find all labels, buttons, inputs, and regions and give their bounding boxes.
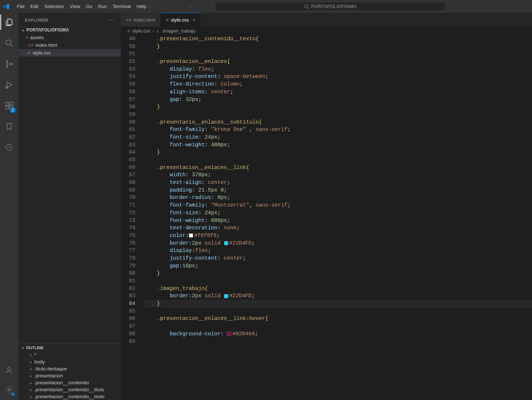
svg-point-5 xyxy=(6,66,8,68)
close-icon[interactable]: × xyxy=(193,17,196,23)
sidebar-title: EXPLORER xyxy=(25,18,48,22)
vscode-logo-icon xyxy=(3,3,10,10)
nav-forward-icon[interactable]: → xyxy=(201,4,205,9)
activity-search-icon[interactable] xyxy=(0,37,18,49)
activity-bookmark-icon[interactable] xyxy=(0,121,18,132)
activity-run-debug-icon[interactable] xyxy=(0,79,18,91)
outline-label: * xyxy=(34,352,36,358)
symbol-icon: ⬨ xyxy=(29,366,32,371)
menu-terminal[interactable]: Terminal xyxy=(110,2,134,11)
activity-settings-icon[interactable] xyxy=(0,384,18,396)
outline-item[interactable]: ⬨.presentacion__contenido__titulo xyxy=(18,386,121,393)
menu-bar: FileEditSelectionViewGoRunTerminalHelp xyxy=(14,2,149,11)
code-editor[interactable]: 4650515253545556575859606162636465666768… xyxy=(121,35,532,400)
symbol-icon: ⬨ xyxy=(29,380,32,385)
outline-label: .titulo-destaque xyxy=(34,366,67,371)
svg-rect-9 xyxy=(6,106,9,109)
svg-point-14 xyxy=(8,389,10,391)
folder-label: assets xyxy=(30,35,44,40)
menu-view[interactable]: View xyxy=(67,2,83,11)
svg-rect-8 xyxy=(6,102,9,105)
outline-item[interactable]: ⬨body xyxy=(18,358,121,365)
symbol-icon: ⬨ xyxy=(29,352,32,358)
svg-point-2 xyxy=(6,40,11,45)
css-file-icon: # xyxy=(166,17,168,23)
svg-point-0 xyxy=(304,4,308,8)
outline-label: .presentacion xyxy=(34,373,63,378)
menu-selection[interactable]: Selection xyxy=(41,2,67,11)
tree-item-folder-assets[interactable]: › assets xyxy=(18,34,121,41)
chevron-right-icon: › xyxy=(153,28,154,34)
nav-back-icon[interactable]: ← xyxy=(189,4,194,9)
outline-section: ⌄ OUTLINE ⬨*⬨body⬨.titulo-destaque⬨.pres… xyxy=(18,343,121,400)
breadcrumb-symbol: .imagen_trabajo xyxy=(161,28,195,34)
svg-rect-11 xyxy=(10,102,13,105)
outline-item[interactable]: ⬨* xyxy=(18,351,121,358)
activity-explorer-icon[interactable] xyxy=(0,16,18,28)
symbol-icon: ⬨ xyxy=(156,28,159,34)
menu-edit[interactable]: Edit xyxy=(27,2,41,11)
activity-extensions-icon[interactable]: 2 xyxy=(0,100,18,112)
svg-point-13 xyxy=(8,367,11,370)
project-folder-header[interactable]: ⌄ PORTAFOLIOFIGMA xyxy=(18,26,121,34)
settings-badge xyxy=(11,393,15,396)
outline-item[interactable]: ⬨.titulo-destaque xyxy=(18,365,121,372)
menu-run[interactable]: Run xyxy=(95,2,110,11)
activity-accounts-icon[interactable] xyxy=(0,364,18,376)
outline-label: .presentacion__contenido xyxy=(34,380,89,385)
code-content[interactable]: .presentacion__contenido__texto{ } .pres… xyxy=(143,35,532,400)
chevron-right-icon: › xyxy=(26,34,28,40)
menu-file[interactable]: File xyxy=(14,2,27,11)
outline-label: body xyxy=(34,359,45,365)
breadcrumb-file: style.css xyxy=(132,28,150,34)
outline-title: OUTLINE xyxy=(26,346,44,350)
tree-item-file-style[interactable]: # style.css xyxy=(18,49,121,57)
search-icon xyxy=(304,4,309,9)
outline-header[interactable]: ⌄ OUTLINE xyxy=(18,344,121,351)
tree-item-file-index[interactable]: <> index.html xyxy=(18,41,121,49)
tab-index-html[interactable]: <> index.html xyxy=(121,13,161,27)
chevron-down-icon: ⌄ xyxy=(21,345,25,350)
search-text: PORTAFOLIOFIGMA xyxy=(311,4,357,9)
css-file-icon: # xyxy=(28,50,30,56)
tab-style-css[interactable]: # style.css × xyxy=(161,13,201,27)
sidebar: EXPLORER ⋯ ⌄ PORTAFOLIOFIGMA › assets <>… xyxy=(18,13,121,400)
editor-tabs: <> index.html # style.css × xyxy=(121,13,532,27)
titlebar: FileEditSelectionViewGoRunTerminalHelp ←… xyxy=(0,0,532,13)
svg-line-3 xyxy=(10,44,12,46)
file-label: style.css xyxy=(33,50,51,56)
tab-label: index.html xyxy=(134,17,155,23)
breadcrumbs[interactable]: # style.css › ⬨ .imagen_trabajo xyxy=(121,27,532,35)
svg-point-6 xyxy=(11,63,12,65)
nav-arrows: ← → xyxy=(189,4,205,9)
sidebar-header: EXPLORER ⋯ xyxy=(18,13,121,26)
svg-point-4 xyxy=(6,61,8,63)
command-center-search[interactable]: PORTAFOLIOFIGMA xyxy=(215,2,445,11)
outline-item[interactable]: ⬨.presentacion__contenido xyxy=(18,379,121,386)
activity-source-control-icon[interactable] xyxy=(0,58,18,70)
activity-bar: 2 xyxy=(0,13,18,400)
html-file-icon: <> xyxy=(126,17,131,23)
extensions-badge: 2 xyxy=(10,107,16,113)
chevron-down-icon: ⌄ xyxy=(21,27,25,32)
activity-timeline-icon[interactable] xyxy=(0,141,18,153)
tab-label: style.css xyxy=(171,17,189,23)
menu-go[interactable]: Go xyxy=(83,2,95,11)
symbol-icon: ⬨ xyxy=(29,359,32,365)
svg-line-1 xyxy=(307,7,309,9)
html-file-icon: <> xyxy=(28,42,33,48)
outline-item[interactable]: ⬨.presentacion__contenido__texto xyxy=(18,393,121,400)
outline-item[interactable]: ⬨.presentacion xyxy=(18,372,121,379)
symbol-icon: ⬨ xyxy=(29,394,32,399)
editor-area: <> index.html # style.css × # style.css … xyxy=(121,13,532,400)
line-number-gutter: 4650515253545556575859606162636465666768… xyxy=(121,35,143,400)
project-name: PORTAFOLIOFIGMA xyxy=(26,27,69,33)
outline-label: .presentacion__contenido__titulo xyxy=(34,387,104,392)
menu-help[interactable]: Help xyxy=(134,2,149,11)
symbol-icon: ⬨ xyxy=(29,387,32,392)
css-file-icon: # xyxy=(127,28,130,34)
file-tree: › assets <> index.html # style.css xyxy=(18,34,121,343)
file-label: index.html xyxy=(35,42,57,48)
outline-label: .presentacion__contenido__texto xyxy=(34,394,105,399)
sidebar-more-icon[interactable]: ⋯ xyxy=(108,16,115,23)
